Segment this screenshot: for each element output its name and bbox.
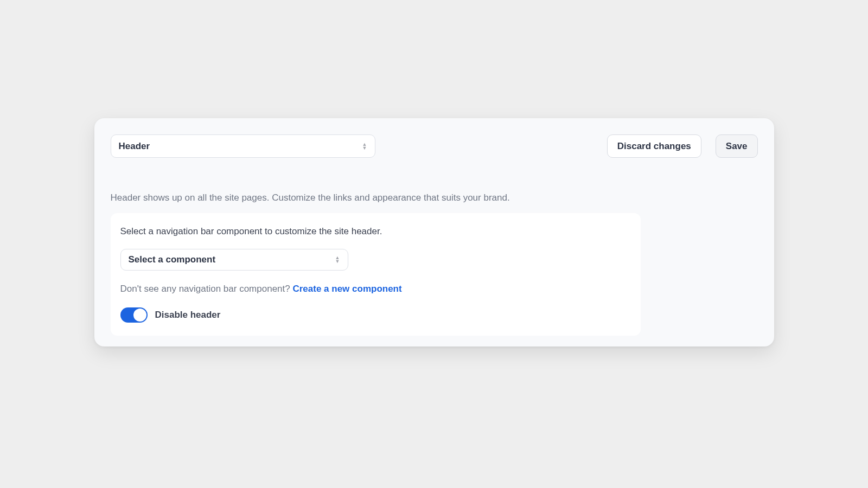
disable-header-row: Disable header bbox=[120, 307, 631, 323]
header-description: Header shows up on all the site pages. C… bbox=[111, 192, 758, 203]
page-select-value: Header bbox=[119, 141, 150, 152]
create-component-link[interactable]: Create a new component bbox=[292, 284, 401, 294]
page-select[interactable]: Header ▲▼ bbox=[111, 134, 375, 158]
helper-text: Don't see any navigation bar component? … bbox=[120, 284, 631, 294]
select-arrows-icon: ▲▼ bbox=[335, 256, 340, 264]
toggle-knob bbox=[133, 309, 146, 322]
component-select-value: Select a component bbox=[129, 254, 216, 265]
component-select[interactable]: Select a component ▲▼ bbox=[120, 249, 348, 271]
topbar: Header ▲▼ Discard changes Save bbox=[111, 134, 758, 158]
helper-prefix: Don't see any navigation bar component? bbox=[120, 284, 293, 294]
disable-header-label: Disable header bbox=[155, 310, 221, 320]
discard-changes-button[interactable]: Discard changes bbox=[607, 134, 701, 158]
action-buttons: Discard changes Save bbox=[607, 134, 758, 158]
card-title: Select a navigation bar component to cus… bbox=[120, 226, 631, 237]
select-arrows-icon: ▲▼ bbox=[362, 143, 367, 150]
save-button[interactable]: Save bbox=[716, 134, 758, 158]
header-config-card: Select a navigation bar component to cus… bbox=[111, 213, 641, 336]
settings-panel: Header ▲▼ Discard changes Save Header sh… bbox=[94, 118, 774, 346]
disable-header-toggle[interactable] bbox=[120, 307, 148, 323]
